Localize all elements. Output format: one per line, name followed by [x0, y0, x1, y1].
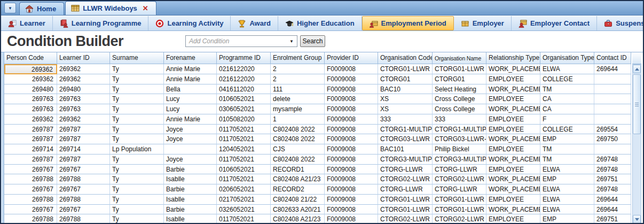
- table-cell[interactable]: Joyce: [164, 125, 217, 135]
- table-cell[interactable]: Ty: [110, 114, 164, 125]
- table-cell[interactable]: 1: [271, 114, 325, 125]
- table-cell[interactable]: 269644: [594, 195, 631, 205]
- table-cell[interactable]: XS: [378, 104, 433, 114]
- table-cell[interactable]: EMPLOYEE: [486, 165, 540, 175]
- table-cell[interactable]: 269767: [57, 165, 110, 175]
- tab-home[interactable]: Home: [19, 2, 64, 15]
- table-cell[interactable]: 269788: [4, 195, 57, 205]
- table-cell[interactable]: CTORG02-LLWR: [378, 214, 433, 224]
- table-cell[interactable]: F0009008: [325, 64, 378, 74]
- table-cell[interactable]: Barbie: [164, 165, 217, 175]
- table-cell[interactable]: F0009008: [325, 144, 378, 155]
- table-cell[interactable]: WORK_PLACEMENT: [486, 104, 540, 114]
- column-header[interactable]: Organisation Code: [378, 52, 433, 64]
- table-cell[interactable]: Ty: [110, 125, 164, 135]
- table-cell[interactable]: EMP: [540, 174, 594, 184]
- table-cell[interactable]: F0009008: [325, 214, 378, 224]
- column-header[interactable]: Organisation Type: [540, 52, 594, 64]
- table-cell[interactable]: mysample: [271, 104, 325, 114]
- table-cell[interactable]: F0009008: [325, 125, 378, 135]
- table-cell[interactable]: [164, 144, 217, 155]
- table-cell[interactable]: 1204052021: [217, 144, 271, 155]
- table-cell[interactable]: TM: [540, 84, 594, 95]
- table-cell[interactable]: WORK_PLACEMENT: [486, 205, 540, 215]
- table-cell[interactable]: 269751: [594, 214, 631, 224]
- table-cell[interactable]: Ty: [110, 184, 164, 195]
- table-cell[interactable]: 269763: [57, 104, 110, 114]
- table-cell[interactable]: Ty: [110, 195, 164, 205]
- table-cell[interactable]: 0117052021: [217, 214, 271, 224]
- table-cell[interactable]: EMP: [540, 134, 594, 144]
- table-cell[interactable]: Joyce: [164, 155, 217, 165]
- table-cell[interactable]: Cross College: [433, 104, 486, 114]
- table-cell[interactable]: Barbie: [164, 205, 217, 215]
- table-cell[interactable]: TM: [540, 155, 594, 165]
- column-header[interactable]: Forename: [164, 52, 217, 64]
- ribbon-item-employer-contact[interactable]: Employer Contact: [512, 16, 597, 30]
- table-cell[interactable]: CTORG01-LLWR: [378, 205, 433, 215]
- table-cell[interactable]: 269750: [594, 134, 631, 144]
- table-cell[interactable]: 0416112020: [217, 84, 271, 95]
- ribbon-item-award[interactable]: Award: [231, 16, 278, 30]
- table-cell[interactable]: 269788: [4, 174, 57, 184]
- table-cell[interactable]: Ty: [110, 64, 164, 74]
- table-cell[interactable]: EMPLOYEE: [486, 114, 540, 125]
- table-cell[interactable]: Joyce: [164, 134, 217, 144]
- table-cell[interactable]: 269787: [57, 125, 110, 135]
- table-cell[interactable]: EMP: [540, 214, 594, 224]
- table-cell[interactable]: TM: [540, 144, 594, 155]
- table-cell[interactable]: F0009008: [325, 205, 378, 215]
- table-cell[interactable]: EMPLOYEE: [486, 94, 540, 104]
- table-cell[interactable]: 269362: [4, 114, 57, 125]
- table-cell[interactable]: 269362: [57, 74, 110, 84]
- table-cell[interactable]: Ty: [110, 165, 164, 175]
- table-cell[interactable]: C802408 A21/23: [271, 214, 325, 224]
- table-cell[interactable]: EMPLOYEE: [486, 214, 540, 224]
- table-cell[interactable]: CTORG01-LLWR: [433, 195, 486, 205]
- column-header[interactable]: Enrolment Group: [271, 52, 325, 64]
- table-cell[interactable]: ELWA: [540, 165, 594, 175]
- table-cell[interactable]: F0009008: [325, 184, 378, 195]
- table-cell[interactable]: C802633 A20/21: [271, 205, 325, 215]
- table-cell[interactable]: Lucy: [164, 104, 217, 114]
- table-cell[interactable]: CTORG3-MULTIPL: [433, 155, 486, 165]
- ribbon-item-suspensions[interactable]: Suspensions: [597, 16, 644, 30]
- table-cell[interactable]: 111: [271, 84, 325, 95]
- table-cell[interactable]: Philip Bickel: [433, 144, 486, 155]
- table-cell[interactable]: 269788: [57, 195, 110, 205]
- table-cell[interactable]: RECORD1: [271, 165, 325, 175]
- table-cell[interactable]: 269748: [594, 165, 631, 175]
- table-cell[interactable]: 0216122020: [217, 74, 271, 84]
- table-cell[interactable]: EMPLOYEE: [486, 195, 540, 205]
- table-cell[interactable]: 269644: [594, 205, 631, 215]
- table-cell[interactable]: CTORG01-LLWR: [378, 195, 433, 205]
- table-cell[interactable]: Ty: [110, 74, 164, 84]
- ribbon-item-learning-programme[interactable]: Learning Programme: [53, 16, 149, 30]
- table-cell[interactable]: F0009008: [325, 94, 378, 104]
- add-condition-combobox[interactable]: Add Condition ▼: [185, 35, 297, 47]
- ribbon-item-learning-activity[interactable]: Learning Activity: [148, 16, 231, 30]
- table-cell[interactable]: Lp Population: [110, 144, 164, 155]
- table-cell[interactable]: Ty: [110, 174, 164, 184]
- table-cell[interactable]: 0106052021: [217, 94, 271, 104]
- search-button[interactable]: Search: [300, 35, 325, 47]
- table-cell[interactable]: 269788: [4, 214, 57, 224]
- table-cell[interactable]: CTORG02-LLWR: [433, 174, 486, 184]
- table-cell[interactable]: WORK_PLACEMENT: [486, 184, 540, 195]
- table-cell[interactable]: 0117052021: [217, 125, 271, 135]
- table-cell[interactable]: CTORG01-LLWR: [378, 64, 433, 74]
- scroll-down-button[interactable]: [633, 215, 641, 223]
- table-cell[interactable]: 269362: [57, 114, 110, 125]
- table-cell[interactable]: 269787: [57, 155, 110, 165]
- table-cell[interactable]: Ty: [110, 205, 164, 215]
- table-cell[interactable]: 0105082020: [217, 114, 271, 125]
- table-cell[interactable]: CTORG1-MULTIPL: [433, 125, 486, 135]
- table-cell[interactable]: CTORG-LLWR: [378, 165, 433, 175]
- table-cell[interactable]: Barbie: [164, 184, 217, 195]
- table-cell[interactable]: CTORG01-LLWR: [433, 205, 486, 215]
- table-cell[interactable]: Bella: [164, 84, 217, 95]
- table-cell[interactable]: F: [540, 114, 594, 125]
- table-cell[interactable]: Isablle: [164, 195, 217, 205]
- table-cell[interactable]: 269362: [4, 74, 57, 84]
- table-cell[interactable]: 0306052021: [217, 104, 271, 114]
